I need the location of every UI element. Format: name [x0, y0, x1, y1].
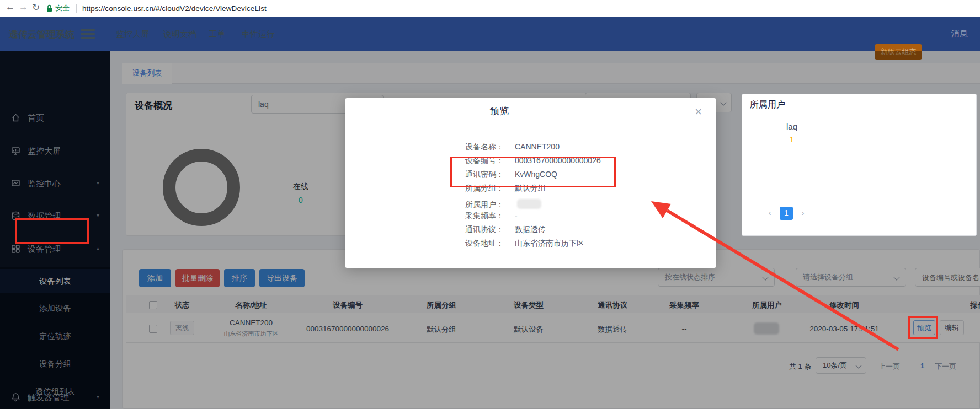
browser-forward-icon[interactable]: →	[19, 2, 28, 13]
preview-modal: 预览 × 设备名称：CANNET200 设备编号：000316700000000…	[345, 98, 716, 268]
top-navbar: 透传云管理系统 监控大屏 说明文档 工单 中性运行 新版云组态 消息	[0, 17, 980, 51]
modal-title: 预览	[345, 105, 654, 117]
owner-redacted	[517, 199, 541, 209]
field-protocol: 通讯协议：数据透传	[345, 225, 698, 236]
hamburger-menu-icon[interactable]	[81, 29, 95, 39]
nav-item-monitor-screen[interactable]: 监控大屏	[116, 29, 149, 40]
owner-user-count: 1	[759, 135, 825, 144]
nav-item-work-order[interactable]: 工单	[209, 29, 225, 40]
owner-panel-title: 所属用户	[750, 99, 785, 111]
field-address: 设备地址：山东省济南市历下区	[345, 239, 698, 250]
address-bar[interactable]: 安全 https://console.usr.cn/#/cloudV2/devi…	[46, 1, 973, 15]
browser-refresh-icon[interactable]: ↻	[32, 2, 40, 13]
app-title: 透传云管理系统	[9, 28, 74, 41]
field-frequency: 采集频率：-	[345, 211, 698, 222]
security-label: 安全	[55, 3, 70, 13]
field-comm-password: 通讯密码：KvWhgCOQ	[345, 170, 698, 181]
owner-current-page[interactable]: 1	[780, 207, 793, 220]
omnibox-divider	[76, 4, 77, 13]
field-device-number: 设备编号：00031670000000000026	[345, 156, 698, 167]
owner-panel-header: 所属用户	[742, 94, 976, 115]
browser-chrome: ← → ↻ 安全 https://console.usr.cn/#/cloudV…	[0, 0, 980, 17]
field-group: 所属分组：默认分组	[345, 184, 698, 195]
owner-prev-page-icon[interactable]: ‹	[763, 207, 776, 220]
field-owner: 所属用户：	[345, 197, 698, 208]
nav-item-neutral-run[interactable]: 中性运行	[242, 29, 275, 40]
screen: ← → ↻ 安全 https://console.usr.cn/#/cloudV…	[0, 0, 980, 409]
field-device-name: 设备名称：CANNET200	[345, 142, 698, 153]
messages-link[interactable]: 消息	[951, 29, 968, 39]
owner-next-page-icon[interactable]: ›	[796, 207, 809, 220]
nav-item-docs[interactable]: 说明文档	[163, 29, 196, 40]
browser-back-icon[interactable]: ←	[6, 2, 15, 13]
owner-user-item[interactable]: laq	[759, 122, 825, 131]
url-text: https://console.usr.cn/#/cloudV2/device/…	[82, 4, 267, 13]
navbar-divider	[939, 17, 939, 51]
close-icon[interactable]: ×	[695, 106, 702, 118]
owner-users-panel: 所属用户 laq 1 ‹ 1 ›	[742, 94, 977, 236]
lock-icon	[46, 4, 52, 12]
